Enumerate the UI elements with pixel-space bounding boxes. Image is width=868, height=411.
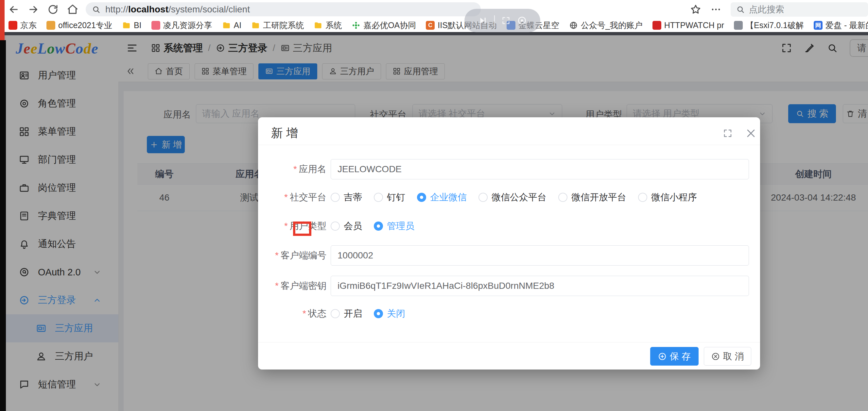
bookmark-label: 【Esxi7.0.1破解 bbox=[746, 20, 804, 31]
forward-icon[interactable] bbox=[28, 4, 39, 15]
square-icon bbox=[46, 21, 55, 30]
plus-circle-icon bbox=[658, 352, 666, 361]
bookmark-item[interactable]: 凌凡资源分享 bbox=[151, 20, 212, 31]
client-secret-input[interactable] bbox=[331, 276, 749, 296]
radio-label: 管理员 bbox=[387, 220, 414, 232]
square-icon bbox=[734, 21, 743, 30]
client-id-input[interactable] bbox=[331, 245, 749, 266]
user-type-radio-group: 会员管理员 bbox=[331, 220, 414, 232]
radio-icon bbox=[558, 193, 567, 202]
radio-selected-icon bbox=[374, 221, 383, 231]
bookmark-label: AI bbox=[234, 21, 242, 30]
x-circle-icon bbox=[711, 352, 720, 361]
radio-label: 钉钉 bbox=[387, 191, 405, 204]
client-secret-label: *客户端密钥 bbox=[258, 280, 327, 292]
platform-radio-group: 吉蒂钉钉企业微信微信公众平台微信开放平台微信小程序 bbox=[331, 191, 697, 204]
cancel-button[interactable]: 取 消 bbox=[704, 347, 751, 366]
required-star: * bbox=[275, 281, 279, 291]
bookmark-item[interactable]: AI bbox=[222, 21, 242, 30]
folder-icon bbox=[222, 21, 231, 30]
radio-platform-企业微信[interactable]: 企业微信 bbox=[417, 191, 467, 204]
bookmark-item[interactable]: 公众号_我的账户 bbox=[569, 20, 643, 31]
radio-platform-微信开放平台[interactable]: 微信开放平台 bbox=[558, 191, 626, 204]
form-row-status: *状态 开启关闭 bbox=[258, 304, 760, 324]
chrome-page-divider bbox=[0, 32, 868, 35]
radio-icon bbox=[331, 221, 340, 231]
radio-status-开启[interactable]: 开启 bbox=[331, 307, 362, 320]
radio-user_type-会员[interactable]: 会员 bbox=[331, 220, 362, 232]
bookmark-item[interactable]: office2021专业 bbox=[46, 20, 112, 31]
radio-label: 会员 bbox=[344, 220, 362, 232]
folder-icon bbox=[251, 21, 260, 30]
video-controls-overlay bbox=[464, 9, 540, 32]
save-button[interactable]: 保 存 bbox=[650, 347, 699, 366]
bookmark-item[interactable]: 系统 bbox=[314, 20, 342, 31]
radio-icon bbox=[478, 193, 488, 202]
url-text: http://localhost/system/social/client bbox=[105, 4, 250, 15]
bookmark-item[interactable]: 嘉必优OA协同 bbox=[351, 20, 416, 31]
radio-icon bbox=[331, 309, 340, 318]
bookmark-item[interactable]: 【Esxi7.0.1破解 bbox=[734, 20, 804, 31]
dialog-close-icon[interactable] bbox=[745, 128, 756, 139]
square-icon bbox=[652, 21, 661, 30]
radio-platform-微信公众平台[interactable]: 微信公众平台 bbox=[478, 191, 547, 204]
frame-capture-icon[interactable] bbox=[501, 16, 510, 25]
platform-label: *社交平台 bbox=[258, 191, 327, 204]
form-row-user-type: *用户类型 会员管理员 bbox=[258, 216, 760, 236]
required-star: * bbox=[275, 250, 279, 261]
radio-user_type-管理员[interactable]: 管理员 bbox=[374, 220, 414, 232]
radio-platform-微信小程序[interactable]: 微信小程序 bbox=[638, 191, 697, 204]
search-icon bbox=[736, 5, 745, 14]
chrome-search-box[interactable]: 点此搜索 bbox=[731, 2, 868, 17]
bookmark-label: 工研院系统 bbox=[263, 20, 304, 31]
client-id-label: *客户端编号 bbox=[258, 249, 327, 262]
globe-icon bbox=[569, 21, 578, 30]
radio-icon bbox=[638, 193, 647, 202]
url-bar[interactable]: http://localhost/system/social/client bbox=[86, 2, 481, 16]
search-icon bbox=[92, 5, 101, 14]
radio-platform-吉蒂[interactable]: 吉蒂 bbox=[331, 191, 362, 204]
bookmark-item[interactable]: BI bbox=[122, 21, 142, 30]
back-icon[interactable] bbox=[8, 4, 20, 15]
refresh-icon[interactable] bbox=[47, 4, 59, 15]
form-row-client-secret: *客户端密钥 bbox=[258, 276, 760, 296]
bookmark-label: 京东 bbox=[20, 20, 37, 31]
radio-label: 微信开放平台 bbox=[571, 191, 626, 204]
pill-divider bbox=[494, 15, 495, 26]
record-camera-icon[interactable] bbox=[517, 16, 527, 26]
bookmark-item[interactable]: 工研院系统 bbox=[251, 20, 304, 31]
bookmarks-bar: 京东office2021专业BI凌凡资源分享AI工研院系统系统嘉必优OA协同CI… bbox=[0, 19, 868, 32]
status-label: *状态 bbox=[258, 307, 327, 320]
play-next-icon[interactable] bbox=[478, 16, 488, 26]
form-row-platform: *社交平台 吉蒂钉钉企业微信微信公众平台微信开放平台微信小程序 bbox=[258, 187, 760, 207]
radio-status-关闭[interactable]: 关闭 bbox=[374, 307, 405, 320]
radio-label: 关闭 bbox=[387, 307, 405, 320]
more-menu-icon[interactable] bbox=[710, 4, 721, 15]
bookmark-label: 爱盘 - 最新的在 bbox=[826, 20, 868, 31]
square-icon: 网 bbox=[814, 21, 823, 30]
bookmark-item[interactable]: 网爱盘 - 最新的在 bbox=[814, 20, 868, 31]
bookmark-label: BI bbox=[134, 21, 142, 30]
bookmark-star-icon[interactable] bbox=[690, 4, 701, 15]
dialog-fullscreen-icon[interactable] bbox=[723, 128, 733, 138]
radio-label: 开启 bbox=[344, 307, 362, 320]
app-name-label: *应用名 bbox=[258, 163, 327, 175]
required-star: * bbox=[303, 308, 306, 318]
bookmark-label: 系统 bbox=[326, 20, 342, 31]
radio-label: 企业微信 bbox=[430, 191, 467, 204]
red-annotation-box bbox=[293, 221, 311, 236]
flower-icon bbox=[351, 21, 361, 30]
bookmark-label: 公众号_我的账户 bbox=[581, 20, 643, 31]
bookmark-item[interactable]: HTTPWATCH pr bbox=[652, 21, 724, 30]
radio-platform-钉钉[interactable]: 钉钉 bbox=[374, 191, 405, 204]
bookmark-item[interactable]: 京东 bbox=[8, 20, 37, 31]
status-radio-group: 开启关闭 bbox=[331, 307, 405, 320]
square-icon bbox=[8, 21, 17, 30]
required-star: * bbox=[284, 221, 288, 231]
left-black-strip bbox=[0, 40, 6, 411]
app-name-input[interactable] bbox=[331, 159, 749, 179]
bookmark-label: office2021专业 bbox=[58, 20, 112, 31]
folder-icon bbox=[314, 21, 322, 30]
radio-selected-icon bbox=[417, 193, 426, 202]
home-icon[interactable] bbox=[67, 4, 79, 15]
